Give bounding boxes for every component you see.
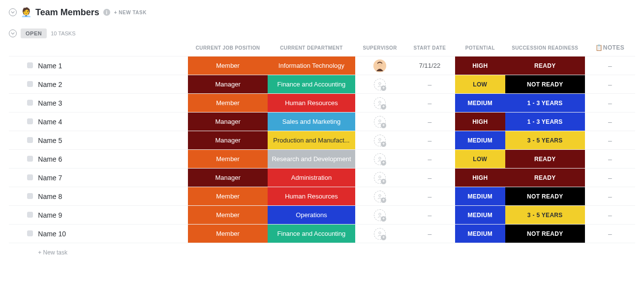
notes-cell[interactable]: – bbox=[585, 187, 635, 206]
group-collapse-toggle[interactable] bbox=[9, 29, 17, 37]
new-task-button[interactable]: + NEW TASK bbox=[114, 10, 147, 15]
department-badge[interactable]: Operations bbox=[268, 206, 355, 224]
table-row[interactable]: Name 6MemberResearch and Development+–LO… bbox=[9, 150, 635, 169]
task-name[interactable]: Name 5 bbox=[37, 131, 188, 150]
department-badge[interactable]: Research and Development bbox=[268, 150, 355, 168]
potential-badge[interactable]: MEDIUM bbox=[455, 187, 505, 205]
notes-cell[interactable]: – bbox=[585, 206, 635, 225]
status-square[interactable] bbox=[27, 62, 33, 68]
column-header-supervisor[interactable]: SUPERVISOR bbox=[355, 41, 404, 56]
notes-cell[interactable]: – bbox=[585, 225, 635, 243]
add-supervisor-button[interactable]: + bbox=[374, 209, 386, 221]
add-supervisor-button[interactable]: + bbox=[374, 116, 386, 128]
position-badge[interactable]: Member bbox=[188, 187, 268, 205]
succession-badge[interactable]: NOT READY bbox=[505, 225, 585, 243]
table-row[interactable]: Name 2ManagerFinance and Accounting+–LOW… bbox=[9, 75, 635, 94]
column-header-position[interactable]: CURRENT JOB POSITION bbox=[188, 41, 268, 56]
potential-badge[interactable]: HIGH bbox=[455, 113, 505, 131]
task-name[interactable]: Name 9 bbox=[37, 206, 188, 225]
task-name[interactable]: Name 1 bbox=[37, 56, 188, 75]
add-supervisor-button[interactable]: + bbox=[374, 153, 386, 165]
succession-badge[interactable]: 3 - 5 YEARS bbox=[505, 131, 585, 149]
supervisor-avatar[interactable] bbox=[373, 59, 386, 72]
add-supervisor-button[interactable]: + bbox=[374, 228, 386, 240]
department-badge[interactable]: Finance and Accounting bbox=[268, 75, 355, 93]
succession-badge[interactable]: 1 - 3 YEARS bbox=[505, 94, 585, 112]
task-name[interactable]: Name 6 bbox=[37, 150, 188, 169]
potential-badge[interactable]: MEDIUM bbox=[455, 206, 505, 224]
table-row[interactable]: Name 3MemberHuman Resources+–MEDIUM1 - 3… bbox=[9, 94, 635, 113]
position-badge[interactable]: Manager bbox=[188, 75, 268, 93]
department-badge[interactable]: Information Technology bbox=[268, 56, 355, 75]
position-badge[interactable]: Member bbox=[188, 225, 268, 243]
position-badge[interactable]: Member bbox=[188, 206, 268, 224]
start-date-cell[interactable]: – bbox=[404, 187, 455, 206]
info-icon[interactable]: i bbox=[103, 9, 110, 16]
succession-badge[interactable]: 3 - 5 YEARS bbox=[505, 206, 585, 224]
status-square[interactable] bbox=[27, 212, 33, 218]
group-status-badge[interactable]: OPEN bbox=[21, 28, 47, 38]
status-square[interactable] bbox=[27, 100, 33, 106]
add-supervisor-button[interactable]: + bbox=[374, 191, 386, 202]
notes-cell[interactable]: – bbox=[585, 94, 635, 113]
table-row[interactable]: Name 8MemberHuman Resources+–MEDIUMNOT R… bbox=[9, 187, 635, 206]
notes-cell[interactable]: – bbox=[585, 150, 635, 169]
task-name[interactable]: Name 4 bbox=[37, 113, 188, 131]
status-square[interactable] bbox=[27, 174, 33, 180]
potential-badge[interactable]: LOW bbox=[455, 150, 505, 168]
column-header-notes[interactable]: 📋NOTES bbox=[585, 41, 635, 56]
status-square[interactable] bbox=[27, 81, 33, 87]
column-header-potential[interactable]: POTENTIAL bbox=[455, 41, 505, 56]
succession-badge[interactable]: NOT READY bbox=[505, 187, 585, 205]
table-row[interactable]: Name 4ManagerSales and Marketing+–HIGH1 … bbox=[9, 113, 635, 131]
add-supervisor-button[interactable]: + bbox=[374, 97, 386, 109]
status-square[interactable] bbox=[27, 156, 33, 162]
column-header-succession[interactable]: SUCCESSION READINESS bbox=[505, 41, 585, 56]
potential-badge[interactable]: MEDIUM bbox=[455, 131, 505, 149]
status-square[interactable] bbox=[27, 230, 33, 236]
status-square[interactable] bbox=[27, 118, 33, 124]
table-row[interactable]: Name 10MemberFinance and Accounting+–MED… bbox=[9, 225, 635, 243]
start-date-cell[interactable]: – bbox=[404, 169, 455, 187]
start-date-cell[interactable]: – bbox=[404, 206, 455, 225]
position-badge[interactable]: Manager bbox=[188, 131, 268, 149]
department-badge[interactable]: Production and Manufact... bbox=[268, 131, 355, 149]
position-badge[interactable]: Member bbox=[188, 150, 268, 168]
notes-cell[interactable]: – bbox=[585, 113, 635, 131]
succession-badge[interactable]: NOT READY bbox=[505, 75, 585, 93]
start-date-cell[interactable]: – bbox=[404, 225, 455, 243]
table-row[interactable]: Name 7ManagerAdministration+–HIGHREADY– bbox=[9, 169, 635, 187]
task-name[interactable]: Name 10 bbox=[37, 225, 188, 243]
list-title[interactable]: Team Members bbox=[35, 7, 99, 18]
potential-badge[interactable]: HIGH bbox=[455, 56, 505, 75]
succession-badge[interactable]: READY bbox=[505, 169, 585, 187]
collapse-toggle[interactable] bbox=[9, 8, 17, 16]
position-badge[interactable]: Manager bbox=[188, 169, 268, 187]
start-date-cell[interactable]: – bbox=[404, 131, 455, 150]
department-badge[interactable]: Human Resources bbox=[268, 187, 355, 205]
succession-badge[interactable]: READY bbox=[505, 56, 585, 75]
start-date-cell[interactable]: – bbox=[404, 75, 455, 94]
potential-badge[interactable]: LOW bbox=[455, 75, 505, 93]
start-date-cell[interactable]: 7/11/22 bbox=[404, 56, 455, 75]
notes-cell[interactable]: – bbox=[585, 131, 635, 150]
notes-cell[interactable]: – bbox=[585, 56, 635, 75]
status-square[interactable] bbox=[27, 137, 33, 143]
potential-badge[interactable]: HIGH bbox=[455, 169, 505, 187]
column-header-start-date[interactable]: START DATE bbox=[404, 41, 455, 56]
task-name[interactable]: Name 8 bbox=[37, 187, 188, 206]
add-supervisor-button[interactable]: + bbox=[374, 172, 386, 184]
table-row[interactable]: Name 5ManagerProduction and Manufact...+… bbox=[9, 131, 635, 150]
column-header-department[interactable]: CURRENT DEPARTMENT bbox=[268, 41, 355, 56]
department-badge[interactable]: Sales and Marketing bbox=[268, 113, 355, 131]
notes-cell[interactable]: – bbox=[585, 75, 635, 94]
department-badge[interactable]: Human Resources bbox=[268, 94, 355, 112]
table-row[interactable]: Name 9MemberOperations+–MEDIUM3 - 5 YEAR… bbox=[9, 206, 635, 225]
department-badge[interactable]: Administration bbox=[268, 169, 355, 187]
potential-badge[interactable]: MEDIUM bbox=[455, 225, 505, 243]
start-date-cell[interactable]: – bbox=[404, 150, 455, 169]
department-badge[interactable]: Finance and Accounting bbox=[268, 225, 355, 243]
succession-badge[interactable]: READY bbox=[505, 150, 585, 168]
new-task-row[interactable]: + New task bbox=[9, 243, 635, 262]
position-badge[interactable]: Member bbox=[188, 56, 268, 75]
